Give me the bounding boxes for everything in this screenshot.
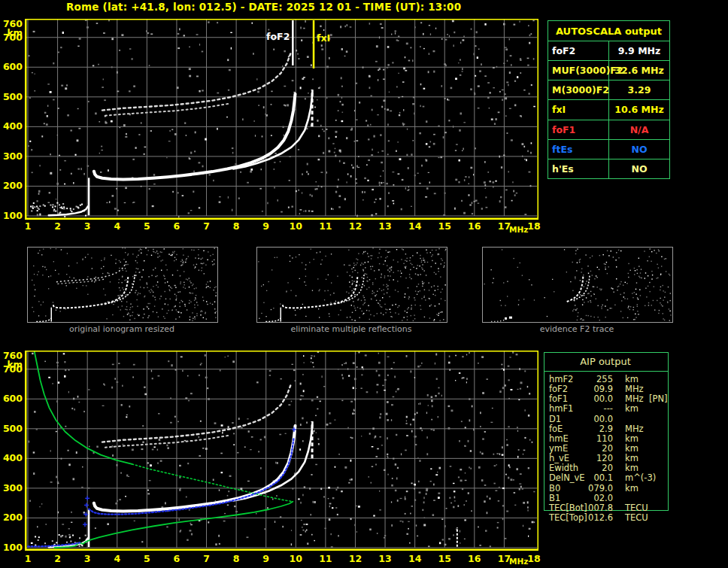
autoscala-param-value: NO: [609, 139, 670, 159]
x-tick-label: 11: [319, 553, 332, 564]
autoscala-param-value: N/A: [609, 120, 670, 139]
aip-param-value: 110: [572, 434, 613, 444]
x-axis-unit-bottom: MHz: [509, 557, 528, 566]
y-tick-label: 700: [0, 32, 23, 43]
aip-param-value: 00.0: [572, 415, 613, 424]
y-tick-label: 400: [0, 120, 23, 132]
autoscala-param-label: foF1: [548, 120, 609, 139]
y-tick-label: 300: [0, 482, 23, 494]
x-tick-label: 3: [84, 553, 91, 564]
y-tick-label: 760: [0, 350, 23, 361]
aip-param-value: 120: [572, 454, 613, 463]
aip-header-divider: [544, 371, 668, 372]
aip-param-unit: km: [625, 463, 639, 473]
y-tick-label: 600: [0, 61, 23, 72]
x-tick-label: 13: [378, 220, 391, 232]
x-tick-label: 5: [144, 553, 150, 564]
aip-param-label: foE: [549, 424, 563, 434]
x-tick-label: 9: [262, 553, 269, 564]
aip-param-value: 00.0: [572, 394, 613, 404]
aip-param-label: B0: [549, 484, 560, 494]
autoscala-row: foF1N/A: [548, 120, 670, 139]
y-tick-label: 500: [0, 91, 23, 102]
y-tick-label: 700: [0, 363, 23, 375]
aip-param-label: hmE: [549, 434, 569, 444]
aip-param-unit: MHz: [625, 384, 644, 394]
thumbnail-caption: eliminate multiple reflections: [256, 324, 446, 334]
x-tick-label: 14: [408, 553, 421, 564]
thumbnail-evidence-f2-trace: [482, 247, 673, 323]
x-tick-label: 8: [233, 553, 240, 564]
aip-param-label: ymE: [549, 444, 568, 454]
aip-param-value: 2.9: [572, 424, 613, 434]
autoscala-row: M(3000)F23.29: [548, 80, 670, 100]
y-tick-label: 400: [0, 452, 23, 463]
y-tick-label: 600: [0, 393, 23, 404]
thumbnail-original-ionogram: [27, 247, 218, 323]
x-tick-label: 9: [262, 220, 269, 232]
aip-param-flag: [PN]: [649, 394, 668, 404]
aip-row: TEC[Bot]007.8TECU: [544, 503, 687, 513]
x-tick-label: 4: [114, 553, 120, 564]
aip-param-value: 255: [572, 375, 613, 384]
y-tick-label: 100: [0, 210, 23, 221]
aip-param-value: 20: [572, 463, 613, 473]
fxI-marker-label: fxI: [317, 32, 330, 44]
aip-param-unit: km: [625, 454, 639, 463]
y-tick-label: 300: [0, 150, 23, 162]
aip-param-value: 20: [572, 444, 613, 454]
aip-row: hmE110km: [544, 434, 687, 444]
aip-param-unit: MHz: [625, 394, 644, 404]
y-tick-label: 760: [0, 18, 23, 29]
autoscala-param-label: MUF(3000)F2: [548, 61, 609, 80]
x-tick-label: 2: [54, 553, 61, 564]
aip-param-value: 007.8: [572, 503, 613, 513]
x-axis-unit-top: MHz: [509, 225, 528, 234]
x-tick-label: 12: [349, 553, 362, 564]
ionogram-bottom-plot: [25, 351, 538, 551]
autoscala-param-label: foF2: [548, 41, 609, 61]
x-tick-label: 6: [174, 553, 180, 564]
aip-row: B102.0: [544, 494, 687, 503]
aip-param-unit: km: [625, 444, 639, 454]
x-tick-label: 18: [527, 553, 540, 564]
x-tick-label: 10: [290, 553, 302, 564]
aip-row: D100.0: [544, 415, 687, 424]
aip-param-value: 079.0: [572, 484, 613, 494]
x-tick-label: 7: [203, 220, 210, 232]
x-tick-label: 8: [233, 220, 240, 232]
x-tick-label: 14: [408, 220, 421, 232]
aip-param-label: D1: [549, 415, 561, 424]
aip-param-unit: km: [625, 404, 639, 414]
y-tick-label: 500: [0, 423, 23, 434]
x-tick-label: 2: [54, 220, 61, 232]
x-tick-label: 15: [438, 553, 451, 564]
autoscala-param-label: fxI: [548, 100, 609, 120]
y-tick-label: 200: [0, 512, 23, 523]
autoscala-row: fxI10.6 MHz: [548, 100, 670, 120]
aip-param-unit: m^(-3): [625, 473, 656, 483]
aip-param-unit: km: [625, 434, 639, 444]
autoscala-param-label: h'Es: [548, 159, 609, 178]
autoscala-param-label: ftEs: [548, 139, 609, 159]
aip-row: TEC[Top]012.6TECU: [544, 513, 687, 523]
autoscala-output-table: AUTOSCALA outputfoF29.9 MHzMUF(3000)F232…: [548, 20, 670, 179]
autoscala-param-value: 3.29: [609, 80, 670, 100]
autoscala-row: MUF(3000)F232.6 MHz: [548, 61, 670, 80]
x-tick-label: 11: [319, 220, 332, 232]
x-tick-label: 13: [378, 553, 391, 564]
aip-row: DelN_vE00.1m^(-3): [544, 473, 687, 483]
aip-row: foE2.9MHz: [544, 424, 687, 434]
aip-param-unit: MHz: [625, 424, 644, 434]
autoscala-row: h'EsNO: [548, 159, 670, 178]
x-tick-label: 3: [84, 220, 91, 232]
aip-param-label: hmF1: [549, 404, 573, 414]
autoscala-param-value: 32.6 MHz: [609, 61, 670, 80]
x-tick-label: 15: [438, 220, 451, 232]
aip-param-label: foF2: [549, 384, 568, 394]
aip-output-header: AIP output: [544, 356, 667, 367]
autoscala-param-label: M(3000)F2: [548, 80, 609, 100]
foF2-marker-label: foF2: [266, 31, 290, 42]
aip-row: hmF1---km: [544, 404, 687, 414]
autoscala-row: foF29.9 MHz: [548, 41, 670, 61]
